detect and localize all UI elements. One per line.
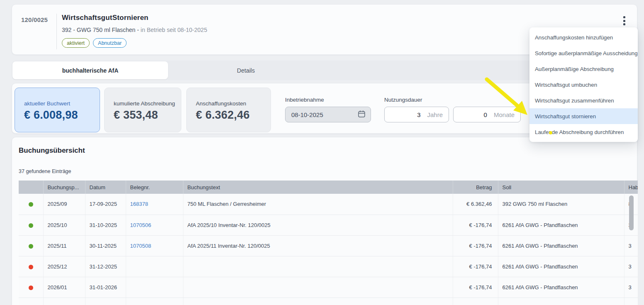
- status-dot: [29, 265, 33, 269]
- cell-doc: [126, 298, 183, 305]
- cell-date: 31-10-2025: [85, 215, 126, 235]
- cell-debit: 392 GWG 750 ml Flaschen: [498, 194, 624, 215]
- menu-item-wirtschaftsgut-umbuchen[interactable]: Wirtschaftsgut umbuchen: [529, 77, 638, 93]
- col-status: [19, 181, 43, 194]
- kebab-menu-icon[interactable]: [620, 15, 628, 26]
- table-row[interactable]: 2025/12 31-12-2025 € -176,74 6261 AfA GW…: [19, 256, 638, 277]
- cell-period: 2025/10: [43, 215, 85, 235]
- cell-debit: 6261 AfA GWG - Pfandflaschen: [498, 215, 624, 235]
- document-link[interactable]: 1070506: [130, 222, 151, 228]
- bookings-panel: Buchungsübersicht 37 gefundene Einträge …: [12, 137, 637, 305]
- cell-text: [183, 298, 453, 305]
- cell-date: 31-12-2025: [85, 256, 126, 277]
- nutzungsdauer-label: Nutzungsdauer: [384, 97, 521, 103]
- cell-date: 30-11-2025: [85, 235, 126, 256]
- header-divider: [56, 14, 57, 49]
- status-badge-aktiviert: aktiviert: [62, 38, 90, 48]
- col-haben: Haben: [624, 181, 638, 194]
- col-betrag: Betrag: [453, 181, 498, 194]
- col-buchungsperiode: Buchungsp...: [43, 181, 85, 194]
- cell-amount: € -176,74: [453, 215, 498, 235]
- bookings-table: Buchungsp... Datum Belegnr. Buchungstext…: [19, 181, 638, 305]
- cell-amount: € 6.362,46: [453, 194, 498, 215]
- menu-item-laufende-abschreibung[interactable]: Laufende Abschreibung durchführen: [529, 124, 638, 140]
- cell-date: [85, 298, 126, 305]
- card-label: kumulierte Abschreibung: [114, 100, 181, 107]
- table-header-row: Buchungsp... Datum Belegnr. Buchungstext…: [19, 181, 638, 194]
- cell-date: 31-01-2026: [85, 277, 126, 298]
- card-anschaffungskosten: Anschaffungskosten € 6.362,46: [186, 88, 271, 132]
- table-row[interactable]: 2025/09 17-09-2025 168378 750 ML Flasche…: [19, 194, 638, 215]
- asset-title-block: WirtschaftsgutStornieren 392 - GWG 750 m…: [62, 14, 207, 48]
- asset-subtitle: 392 - GWG 750 ml Flaschen - in Betrieb s…: [62, 27, 207, 33]
- document-link[interactable]: 1070508: [130, 243, 151, 249]
- cell-debit: 6261 AfA GWG - Pfandflaschen: [498, 256, 624, 277]
- card-value: € 6.008,98: [24, 109, 100, 122]
- nutzungsdauer-group: Nutzungsdauer 3 Jahre 0 Monate: [384, 97, 521, 122]
- menu-item-sofortige-ausscheidung[interactable]: Sofortige außerplanmäßige Ausscheidung: [529, 45, 638, 61]
- cell-text: AfA 2025/10 Inventar-Nr. 120/0025: [183, 215, 453, 235]
- table-row[interactable]: 2025/10 31-10-2025 1070506 AfA 2025/10 I…: [19, 215, 638, 235]
- monate-value: 0: [459, 111, 487, 118]
- cell-debit: [498, 298, 624, 305]
- cell-period: [43, 298, 85, 305]
- table-row[interactable]: 2025/11 30-11-2025 1070508 AfA 2025/11 I…: [19, 235, 638, 256]
- table-row[interactable]: 2026/01 31-01-2026 € -176,74 6261 AfA GW…: [19, 277, 638, 298]
- cell-text: [183, 256, 453, 277]
- card-kumulierte-abschreibung: kumulierte Abschreibung € 353,48: [104, 88, 181, 132]
- tab-buchhalterische-afa[interactable]: buchhalterische AfA: [12, 61, 168, 79]
- cell-credit: 3: [624, 235, 638, 256]
- cell-amount: € -176,74: [453, 235, 498, 256]
- menu-item-anschaffungskosten-hinzufuegen[interactable]: Anschaffungskosten hinzufügen: [529, 29, 638, 45]
- card-label: aktueller Buchwert: [24, 100, 100, 107]
- cell-credit: 3: [624, 256, 638, 277]
- cell-period: 2025/09: [43, 194, 85, 215]
- cell-period: 2026/01: [43, 277, 85, 298]
- cell-amount: € -176,74: [453, 277, 498, 298]
- nutzungsdauer-jahre-input[interactable]: 3 Jahre: [384, 107, 449, 122]
- status-dot: [29, 223, 33, 228]
- document-link[interactable]: 168378: [130, 201, 148, 207]
- status-dot: [29, 285, 33, 290]
- status-badge-abnutzbar: Abnutzbar: [93, 38, 127, 48]
- cell-credit: 3: [624, 277, 638, 298]
- card-aktueller-buchwert: aktueller Buchwert € 6.008,98: [15, 88, 100, 132]
- table-row: [19, 298, 638, 305]
- tab-details[interactable]: Details: [168, 61, 324, 79]
- col-soll: Soll: [498, 181, 624, 194]
- vertical-scrollbar[interactable]: [629, 195, 634, 230]
- jahre-unit: Jahre: [427, 111, 443, 118]
- cell-debit: 6261 AfA GWG - Pfandflaschen: [498, 277, 624, 298]
- menu-item-wirtschaftsgut-stornieren[interactable]: Wirtschaftsgut stornieren: [529, 108, 638, 124]
- menu-item-ausserplanmaessige-abschreibung[interactable]: Außerplanmäßige Abschreibung: [529, 61, 638, 77]
- bookings-title: Buchungsübersicht: [19, 146, 85, 155]
- cell-debit: 6261 AfA GWG - Pfandflaschen: [498, 235, 624, 256]
- col-belegnr: Belegnr.: [126, 181, 183, 194]
- cell-credit: [624, 298, 638, 305]
- asset-actions-menu: Anschaffungskosten hinzufügen Sofortige …: [529, 27, 638, 142]
- card-label: Anschaffungskosten: [196, 100, 271, 107]
- monate-unit: Monate: [494, 111, 515, 118]
- page-title: WirtschaftsgutStornieren: [62, 14, 207, 22]
- menu-item-wirtschaftsgut-zusammenfuehren[interactable]: Wirtschaftsgut zusammenführen: [529, 93, 638, 108]
- cell-period: 2025/12: [43, 256, 85, 277]
- asset-subtitle-since: in Betrieb seit 08-10-2025: [141, 27, 207, 33]
- date-value: 08-10-2025: [291, 111, 358, 118]
- inbetriebnahme-label: Inbetriebnahme: [285, 97, 371, 103]
- inbetriebnahme-group: Inbetriebnahme 08-10-2025: [285, 97, 371, 122]
- badge-row: aktiviert Abnutzbar: [62, 38, 207, 48]
- cell-amount: [453, 298, 498, 305]
- asset-subtitle-name: 392 - GWG 750 ml Flaschen -: [62, 27, 141, 33]
- nutzungsdauer-monate-input[interactable]: 0 Monate: [453, 107, 521, 122]
- cell-period: 2025/11: [43, 235, 85, 256]
- card-value: € 6.362,46: [196, 109, 271, 122]
- cell-text: AfA 2025/11 Inventar-Nr. 120/0025: [183, 235, 453, 256]
- col-datum: Datum: [85, 181, 126, 194]
- cell-text: 750 ML Flaschen / Gerresheimer: [183, 194, 453, 215]
- cell-amount: € -176,74: [453, 256, 498, 277]
- inbetriebnahme-date-input[interactable]: 08-10-2025: [285, 107, 371, 122]
- col-buchungstext: Buchungstext: [183, 181, 453, 194]
- bookings-count: 37 gefundene Einträge: [19, 168, 71, 174]
- calendar-icon[interactable]: [358, 110, 366, 119]
- status-dot: [29, 244, 33, 249]
